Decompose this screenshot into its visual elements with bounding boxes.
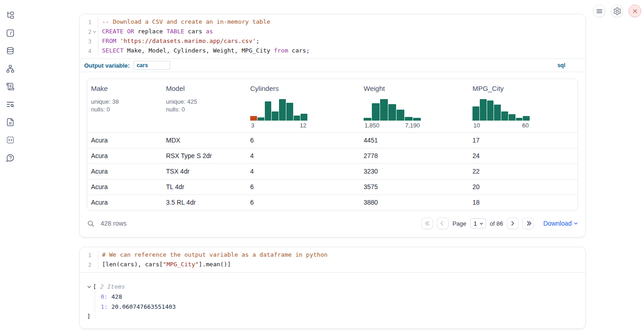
line-number: 2: [80, 260, 91, 270]
column-stats: unique: 38nulls: 0: [91, 98, 159, 113]
column-header-make[interactable]: Makeunique: 38nulls: 0: [87, 79, 162, 132]
close-bracket: ]: [87, 312, 578, 321]
last-page-button[interactable]: [522, 217, 534, 229]
column-title: Make: [91, 85, 159, 92]
table-cell: Acura: [87, 164, 162, 179]
table-row[interactable]: AcuraTSX 4dr4323022: [87, 164, 578, 179]
sql-cell: 1-- Download a CSV and create an in-memo…: [79, 14, 586, 238]
item-value: 20.060747663551403: [108, 303, 176, 310]
sql-code-editor[interactable]: 1-- Download a CSV and create an in-memo…: [80, 14, 585, 58]
table-cell: 4451: [360, 133, 469, 148]
table-cell: 22: [469, 164, 578, 179]
table-row[interactable]: AcuraTL 4dr6357520: [87, 179, 578, 195]
list-item: 1: 20.060747663551403: [101, 302, 578, 312]
item-key: 1:: [101, 303, 108, 310]
column-title: Weight: [364, 85, 465, 92]
table-cell: Acura: [87, 180, 162, 195]
column-histogram[interactable]: [364, 99, 421, 121]
documentation-icon[interactable]: [5, 117, 15, 127]
line-number: 4: [80, 46, 91, 56]
code-text: # We can reference the output variable a…: [98, 250, 585, 260]
column-stats: unique: 425nulls: 0: [166, 98, 243, 113]
file-tree-icon[interactable]: [5, 10, 15, 20]
histogram-bar: [472, 106, 479, 121]
histogram-bar: [265, 101, 272, 121]
histogram-bar: [279, 99, 286, 121]
table-cell: 6: [247, 133, 360, 148]
column-header-model[interactable]: Modelunique: 425nulls: 0: [162, 79, 247, 132]
fold-gutter: [91, 17, 97, 27]
code-line: 2CREATE OR replace TABLE cars as: [80, 27, 585, 37]
database-icon[interactable]: [5, 46, 15, 56]
previous-page-button[interactable]: [437, 217, 449, 229]
notebook-actions: [593, 5, 641, 17]
table-header-row: Makeunique: 38nulls: 0Modelunique: 425nu…: [87, 79, 578, 132]
page-select[interactable]: 1: [470, 218, 486, 228]
table-row[interactable]: AcuraMDX6445117: [87, 132, 578, 148]
line-number: 3: [80, 37, 91, 46]
fold-gutter: [91, 260, 97, 270]
page-select-value: 1: [474, 220, 477, 227]
scratchpad-icon[interactable]: [5, 81, 15, 91]
histogram-axis: 1,8507,190: [364, 122, 421, 129]
sql-output-variable-row: Output variable: sql: [80, 58, 585, 72]
chevron-down-icon: [574, 221, 578, 226]
search-icon[interactable]: [87, 220, 95, 227]
table-cell: TL 4dr: [162, 180, 247, 195]
code-text: FROM 'https://datasets.marimo.app/cars.c…: [98, 37, 585, 46]
histogram-bar: [380, 99, 388, 121]
fold-chevron-icon[interactable]: [91, 27, 97, 37]
first-page-button[interactable]: [421, 217, 433, 229]
column-title: MPG_City: [472, 85, 574, 92]
collapse-chevron-icon[interactable]: [87, 285, 91, 289]
line-number: 1: [80, 17, 91, 27]
function-icon[interactable]: f: [5, 28, 15, 38]
table-cell: MDX: [162, 133, 247, 148]
histogram-axis: 312: [250, 122, 307, 129]
fold-gutter: [91, 46, 97, 56]
output-variable-input[interactable]: [134, 61, 170, 70]
table-cell: 3575: [360, 180, 469, 195]
column-histogram[interactable]: [472, 99, 530, 121]
notebook-area: 1-- Download a CSV and create an in-memo…: [79, 14, 586, 329]
line-number: 1: [80, 250, 91, 260]
dependency-graph-icon[interactable]: [5, 63, 15, 74]
column-title: Model: [166, 85, 243, 92]
table-cell: RSX Type S 2dr: [162, 148, 247, 164]
histogram-bar: [388, 104, 396, 121]
download-button[interactable]: Download: [543, 220, 578, 227]
next-page-button[interactable]: [507, 217, 519, 229]
fold-gutter: [91, 37, 97, 46]
code-line: 1# We can reference the output variable …: [80, 250, 585, 260]
histogram-bar: [501, 111, 508, 121]
chevron-down-icon: [479, 222, 483, 226]
python-code-editor[interactable]: 1# We can reference the output variable …: [80, 247, 585, 272]
logs-icon[interactable]: [5, 99, 15, 109]
histogram-bar: [294, 116, 301, 121]
table-row[interactable]: Acura3.5 RL 4dr6388018: [87, 195, 578, 210]
column-header-cylinders[interactable]: Cylinders312: [247, 79, 360, 132]
sidebar: f: [0, 0, 20, 333]
table-row[interactable]: AcuraRSX Type S 2dr4277824: [87, 148, 578, 164]
menu-button[interactable]: [593, 5, 606, 17]
python-cell: 1# We can reference the output variable …: [79, 247, 586, 329]
histogram-bar: [405, 117, 413, 121]
column-histogram[interactable]: [250, 99, 307, 121]
code-text: [len(cars), cars["MPG_City"].mean()]: [98, 260, 585, 270]
histogram-bar: [301, 114, 307, 121]
table-cell: 3230: [360, 164, 469, 179]
histogram-bar: [286, 103, 293, 121]
histogram-bar: [364, 118, 371, 121]
column-header-weight[interactable]: Weight1,8507,190: [360, 79, 469, 132]
page-of-label: of 86: [490, 220, 503, 227]
close-button[interactable]: [628, 5, 641, 17]
snippets-icon[interactable]: [5, 135, 15, 145]
table-cell: 17: [469, 133, 578, 148]
column-header-mpg_city[interactable]: MPG_City1060: [469, 79, 578, 132]
help-icon[interactable]: [5, 153, 15, 163]
table-cell: 4: [247, 164, 360, 179]
histogram-bar: [258, 117, 264, 121]
table-cell: 18: [469, 195, 578, 210]
histogram-bar: [487, 100, 494, 121]
gear-button[interactable]: [611, 5, 623, 17]
